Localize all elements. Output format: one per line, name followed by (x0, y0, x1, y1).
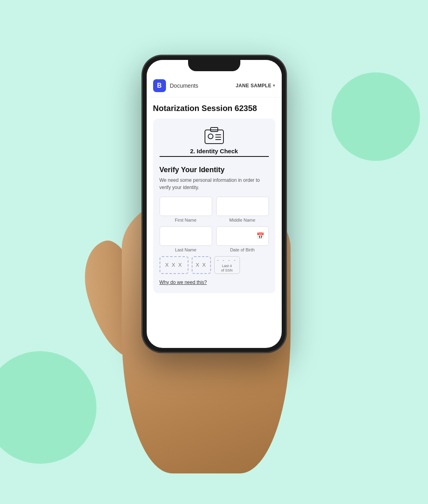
nav-user-menu[interactable]: JANE SAMPLE ▾ (236, 83, 275, 88)
svg-point-2 (208, 134, 213, 139)
last-name-input[interactable] (160, 226, 212, 246)
first-name-group: First Name (160, 197, 212, 222)
verify-heading: Verify Your Identity (160, 166, 269, 174)
hand-container: B Documents JANE SAMPLE ▾ Notarization S… (57, 31, 371, 473)
calendar-icon: 📅 (256, 232, 264, 240)
ssn-area-code-box: X X X (160, 256, 188, 274)
middle-name-label: Middle Name (216, 218, 269, 222)
step-icon-area: 2. Identity Check (160, 127, 269, 163)
phone-screen: B Documents JANE SAMPLE ▾ Notarization S… (147, 60, 282, 348)
scene: B Documents JANE SAMPLE ▾ Notarization S… (0, 0, 428, 504)
session-title: Notarization Session 62358 (153, 104, 275, 113)
phone-frame: B Documents JANE SAMPLE ▾ Notarization S… (142, 55, 287, 353)
ssn-group-box: X X (192, 256, 211, 274)
dob-label: Date of Birth (216, 247, 269, 252)
verify-description: We need some personal information in ord… (160, 177, 269, 191)
ssn-last4-input[interactable]: - - - - (217, 257, 237, 263)
phone-notch (188, 60, 240, 71)
ssn-row: X X X X X - - - (160, 256, 269, 274)
green-blob-right (332, 72, 420, 161)
id-badge-icon (203, 127, 225, 144)
ssn-group-input[interactable]: X X (192, 256, 211, 274)
last-dob-row: Last Name 📅 Date of Birth (160, 226, 269, 252)
ssn-last4-label: Last 4of SSN (221, 264, 233, 273)
first-name-label: First Name (160, 218, 212, 222)
name-row: First Name Middle Name (160, 197, 269, 222)
middle-name-group: Middle Name (216, 197, 269, 222)
last-name-label: Last Name (160, 247, 212, 252)
identity-card: 2. Identity Check Verify Your Identity W… (153, 119, 275, 293)
app-logo: B (153, 79, 166, 92)
first-name-input[interactable] (160, 197, 212, 216)
middle-name-input[interactable] (216, 197, 269, 216)
nav-documents-link[interactable]: Documents (170, 82, 232, 89)
ssn-last4-group: - - - - Last 4of SSN (214, 256, 240, 274)
step-label: 2. Identity Check (190, 148, 238, 154)
step-underline (160, 156, 269, 157)
dob-input[interactable]: 📅 (216, 226, 269, 246)
dob-group: 📅 Date of Birth (216, 226, 269, 252)
why-link[interactable]: Why do we need this? (160, 280, 269, 285)
user-menu-chevron-icon: ▾ (273, 83, 275, 88)
phone-wrapper: B Documents JANE SAMPLE ▾ Notarization S… (142, 55, 287, 353)
screen-content: Notarization Session 62358 (147, 97, 282, 348)
ssn-area-input[interactable]: X X X (160, 256, 188, 274)
last-name-group: Last Name (160, 226, 212, 252)
